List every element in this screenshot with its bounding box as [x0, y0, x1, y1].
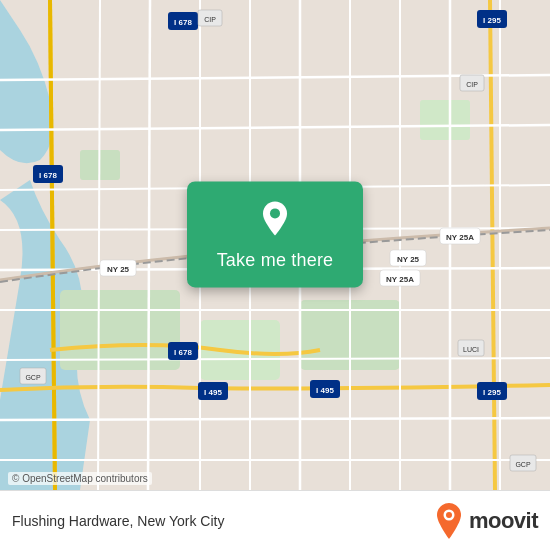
svg-text:GCP: GCP [25, 374, 41, 381]
svg-rect-1 [60, 290, 180, 370]
take-me-there-button[interactable]: Take me there [187, 181, 363, 287]
location-label: Flushing Hardware, New York City [12, 513, 433, 529]
svg-text:I 678: I 678 [39, 171, 57, 180]
svg-rect-4 [420, 100, 470, 140]
svg-text:I 678: I 678 [174, 348, 192, 357]
svg-text:NY 25A: NY 25A [386, 275, 414, 284]
moovit-logo-icon [433, 502, 465, 540]
svg-text:LUCI: LUCI [463, 346, 479, 353]
moovit-logo: moovit [433, 502, 538, 540]
bottom-bar: Flushing Hardware, New York City moovit [0, 490, 550, 550]
svg-text:NY 25A: NY 25A [446, 233, 474, 242]
map-copyright: © OpenStreetMap contributors [8, 472, 152, 485]
svg-point-57 [270, 208, 280, 218]
svg-text:I 495: I 495 [316, 386, 334, 395]
map-container: NY 25 NY 25 NY 25A NY 25A I 678 I 678 I … [0, 0, 550, 490]
location-pin-icon [259, 199, 291, 242]
moovit-wordmark: moovit [469, 508, 538, 534]
svg-text:I 495: I 495 [204, 388, 222, 397]
svg-text:I 295: I 295 [483, 388, 501, 397]
svg-text:NY 25: NY 25 [107, 265, 130, 274]
svg-text:I 295: I 295 [483, 16, 501, 25]
svg-text:GCP: GCP [515, 461, 531, 468]
svg-text:I 678: I 678 [174, 18, 192, 27]
svg-text:CIP: CIP [204, 16, 216, 23]
take-me-there-label: Take me there [217, 250, 334, 271]
svg-point-59 [446, 512, 452, 518]
svg-text:NY 25: NY 25 [397, 255, 420, 264]
svg-text:CIP: CIP [466, 81, 478, 88]
